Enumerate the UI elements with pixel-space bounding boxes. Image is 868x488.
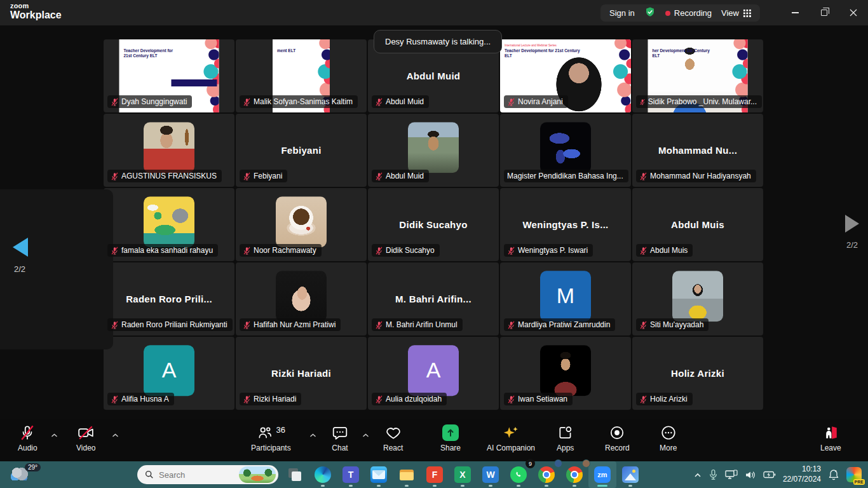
- participant-name-text: Abdul Muid: [386, 97, 424, 106]
- participant-name-text: Novira Anjani: [518, 97, 563, 106]
- participant-name-text: Magister Pendidikan Bahasa Ing...: [507, 172, 623, 180]
- participant-tile[interactable]: Holiz Arizki Holiz Arizki: [632, 337, 763, 410]
- participant-name-text: Rizki Hariadi: [254, 395, 296, 403]
- participant-name-label: Malik Sofyan-Sanimas Kaltim: [240, 95, 358, 108]
- chat-button[interactable]: Chat: [332, 424, 348, 452]
- pdf-app-button[interactable]: F: [421, 461, 449, 488]
- muted-mic-icon: [243, 172, 251, 180]
- leave-button[interactable]: Leave: [820, 424, 841, 452]
- participant-tile[interactable]: M Mardliya Pratiwi Zamruddin: [500, 262, 631, 336]
- share-button[interactable]: Share: [440, 424, 461, 452]
- pdf-app-icon: F: [426, 466, 443, 483]
- muted-mic-icon: [507, 395, 515, 403]
- ai-companion-button[interactable]: AI Companion: [487, 424, 535, 452]
- participant-name-label: Rizki Hariadi: [240, 393, 301, 405]
- teams-button[interactable]: T: [337, 461, 365, 488]
- participant-name-label: Novira Anjani: [504, 95, 568, 108]
- file-explorer-button[interactable]: [393, 461, 421, 488]
- participant-tile[interactable]: Didik Sucahyo Didik Sucahyo: [368, 188, 499, 261]
- participant-tile[interactable]: ment ELT Malik Sofyan-Sanimas Kaltim: [236, 39, 367, 112]
- participant-tile[interactable]: Noor Rachmawaty: [236, 188, 367, 261]
- more-button[interactable]: More: [660, 424, 677, 452]
- taskbar-search[interactable]: [137, 465, 278, 484]
- task-view-icon: [287, 466, 303, 483]
- participant-tile[interactable]: Mohammad Nu... Mohammad Nur Hadiyansyah: [632, 114, 763, 187]
- participant-tile[interactable]: Magister Pendidikan Bahasa Ing...: [500, 114, 631, 187]
- whatsapp-button[interactable]: 9: [505, 461, 532, 488]
- weather-temp: 29°: [25, 463, 41, 471]
- participant-tile[interactable]: AGUSTINUS FRANSISKUS: [104, 114, 234, 187]
- chrome-profile1-button[interactable]: [532, 461, 560, 488]
- shield-check-icon[interactable]: [644, 6, 656, 20]
- mail-button[interactable]: [365, 461, 393, 488]
- participant-tile[interactable]: famala eka sanhadi rahayu: [104, 188, 234, 261]
- participant-tile[interactable]: Weningtyas P. Is... Weningtyas P. Iswari: [500, 188, 631, 261]
- gallery-prev-panel[interactable]: 2/2: [0, 189, 113, 349]
- participant-tile[interactable]: Iwan Setiawan: [500, 337, 631, 410]
- battery-charging-icon[interactable]: [763, 470, 776, 479]
- record-button[interactable]: Record: [605, 424, 630, 452]
- weather-widget[interactable]: 29°: [10, 464, 41, 485]
- tray-mic-icon[interactable]: [709, 469, 718, 480]
- more-label: More: [660, 444, 677, 452]
- participant-tile[interactable]: her Development 1st Century ELT Sidik Pr…: [632, 39, 763, 112]
- participant-tile[interactable]: Hafifah Nur Azmi Pratiwi: [236, 262, 367, 336]
- participant-tile[interactable]: M. Bahri Arifin... M. Bahri Arifin Unmul: [368, 262, 499, 336]
- participant-name-label: Sidik Prabowo _Univ. Mulawar...: [636, 95, 762, 108]
- participant-name-text: Abdul Muis: [650, 246, 688, 255]
- taskbar-clock[interactable]: 10:13 22/07/2024: [783, 464, 821, 484]
- participants-button[interactable]: 36 Participants: [251, 424, 291, 452]
- participant-tile[interactable]: A Aulia dzulqoidah: [368, 337, 499, 410]
- video-options-chevron-icon[interactable]: [112, 433, 119, 438]
- logo-zoom-text: zoom: [10, 3, 62, 10]
- chat-options-chevron-icon[interactable]: [362, 433, 369, 438]
- minimize-button[interactable]: [780, 0, 810, 25]
- search-highlight-image[interactable]: [239, 466, 276, 483]
- edge-button[interactable]: [309, 461, 337, 488]
- participant-tile[interactable]: Abdul Muis Abdul Muis: [632, 188, 763, 261]
- participant-tile[interactable]: Teacher Development for 21st Century ELT…: [104, 39, 234, 112]
- participant-tile[interactable]: Siti Mu'ayyadah: [632, 262, 763, 336]
- hidden-icons-chevron-icon[interactable]: [694, 472, 702, 478]
- participant-tile[interactable]: A Alifia Husna A: [104, 337, 234, 410]
- audio-options-chevron-icon[interactable]: [51, 433, 58, 438]
- participant-tile[interactable]: Febiyani Febiyani: [236, 114, 367, 187]
- recording-indicator[interactable]: Recording: [665, 8, 712, 18]
- video-button[interactable]: Video: [76, 424, 95, 452]
- react-button[interactable]: React: [383, 424, 403, 452]
- prev-page-arrow-icon[interactable]: [13, 238, 28, 257]
- sign-in-button[interactable]: Sign in: [609, 8, 635, 18]
- participant-tile[interactable]: Raden Roro Prili... Raden Roro Priliani …: [104, 262, 234, 336]
- task-view-button[interactable]: [281, 461, 309, 488]
- participant-name-label: Aulia dzulqoidah: [372, 393, 447, 405]
- share-label: Share: [440, 444, 461, 452]
- photos-button[interactable]: [616, 461, 644, 488]
- muted-mic-icon: [507, 321, 515, 329]
- word-button[interactable]: W: [477, 461, 505, 488]
- restore-button[interactable]: [810, 0, 839, 25]
- speaker-icon[interactable]: [745, 470, 756, 480]
- muted-mic-icon: [111, 98, 119, 106]
- participant-name-text: Sidik Prabowo _Univ. Mulawar...: [648, 97, 757, 106]
- audio-button[interactable]: Audio: [18, 424, 37, 452]
- copilot-icon[interactable]: PRE: [846, 467, 862, 482]
- participant-tile[interactable]: International Lecture and Webinar Series…: [500, 39, 631, 112]
- chrome-profile2-button[interactable]: [560, 461, 588, 488]
- close-button[interactable]: [839, 0, 868, 25]
- view-button[interactable]: View: [721, 8, 751, 18]
- edge-icon: [315, 466, 331, 483]
- search-input[interactable]: [159, 470, 234, 480]
- participant-name-label: Abdul Muid: [372, 170, 429, 182]
- participant-name-label: Febiyani: [240, 170, 287, 182]
- participant-tile[interactable]: Abdul Muid: [368, 114, 499, 187]
- participants-options-chevron-icon[interactable]: [309, 433, 316, 438]
- apps-button[interactable]: Apps: [557, 424, 574, 452]
- display-cast-icon[interactable]: [725, 470, 738, 480]
- next-page-arrow-icon[interactable]: [845, 215, 859, 233]
- participant-tile[interactable]: Rizki Hariadi Rizki Hariadi: [236, 337, 367, 410]
- zoom-app-button[interactable]: zm: [588, 461, 616, 488]
- excel-button[interactable]: X: [449, 461, 477, 488]
- notification-bell-dnd-icon[interactable]: z: [828, 469, 839, 480]
- muted-mic-icon: [19, 424, 36, 441]
- leave-icon: [822, 424, 839, 441]
